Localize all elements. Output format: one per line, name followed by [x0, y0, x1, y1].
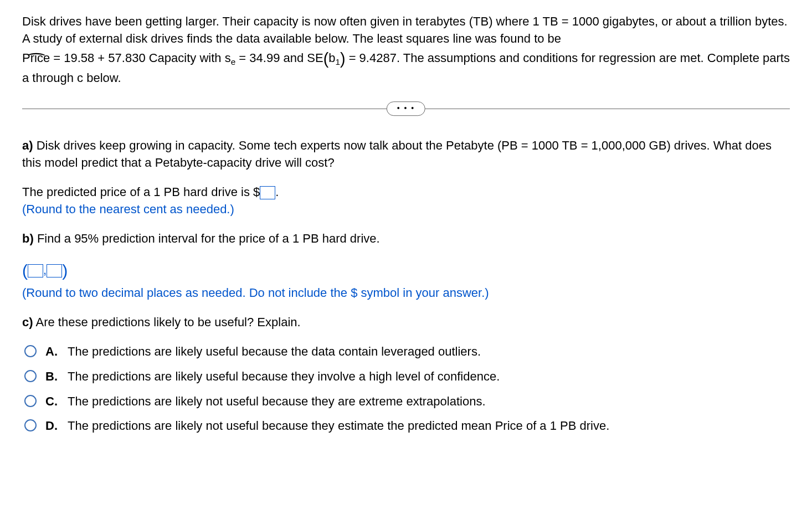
option-a-text: The predictions are likely useful becaus…	[68, 343, 790, 361]
option-a-radio[interactable]	[24, 345, 37, 357]
option-b-text: The predictions are likely useful becaus…	[68, 368, 790, 385]
intro-block: Disk drives have been getting larger. Th…	[22, 13, 790, 86]
option-d-text: The predictions are likely not useful be…	[68, 418, 790, 435]
option-d-row: D. The predictions are likely not useful…	[22, 418, 790, 435]
predicted-suffix: .	[275, 185, 279, 199]
option-b-radio[interactable]	[24, 370, 37, 382]
intro-line1: Disk drives have been getting larger. Th…	[22, 14, 788, 45]
part-c-text: Are these predictions likely to be usefu…	[33, 315, 301, 329]
interval-close: )	[62, 261, 68, 280]
predicted-price-input[interactable]	[260, 186, 275, 199]
equation-b: b	[328, 51, 335, 65]
close-paren: )	[340, 50, 346, 68]
part-b: b) Find a 95% prediction interval for th…	[22, 230, 790, 248]
option-b-letter: B.	[45, 368, 59, 385]
option-a-row: A. The predictions are likely useful bec…	[22, 343, 790, 361]
expand-button[interactable]: • • •	[387, 102, 425, 116]
part-b-round-note: (Round to two decimal places as needed. …	[22, 286, 489, 300]
part-a: a) Disk drives keep growing in capacity.…	[22, 137, 790, 172]
divider: • • •	[22, 102, 790, 115]
predicted-prefix: The predicted price of a 1 PB hard drive…	[22, 185, 260, 199]
equation-pre: = 19.58 + 57.830 Capacity with s	[50, 51, 231, 65]
part-b-label: b)	[22, 232, 34, 245]
option-c-row: C. The predictions are likely not useful…	[22, 393, 790, 410]
option-a-letter: A.	[45, 343, 59, 361]
option-d-radio[interactable]	[24, 419, 37, 431]
interval-lower-input[interactable]	[28, 264, 43, 277]
equation-mid: = 34.99 and SE	[235, 51, 323, 65]
part-b-answer: (,) (Round to two decimal places as need…	[22, 259, 790, 302]
interval-upper-input[interactable]	[47, 264, 62, 277]
price-hat: Price	[22, 50, 50, 67]
option-b-row: B. The predictions are likely useful bec…	[22, 368, 790, 385]
option-c-text: The predictions are likely not useful be…	[68, 393, 790, 410]
equation-b-sub: 1	[335, 57, 340, 66]
open-paren: (	[323, 50, 329, 68]
part-a-label: a)	[22, 138, 33, 152]
part-c-label: c)	[22, 315, 33, 329]
option-c-letter: C.	[45, 393, 59, 410]
part-b-text: Find a 95% prediction interval for the p…	[34, 232, 380, 245]
part-a-answer: The predicted price of a 1 PB hard drive…	[22, 184, 790, 218]
part-c: c) Are these predictions likely to be us…	[22, 314, 790, 331]
interval-row: (,)	[22, 259, 790, 282]
part-a-text: Disk drives keep growing in capacity. So…	[22, 138, 772, 169]
option-c-radio[interactable]	[24, 395, 37, 407]
part-a-round-note: (Round to the nearest cent as needed.)	[22, 202, 234, 216]
option-d-letter: D.	[45, 418, 59, 435]
options-list: A. The predictions are likely useful bec…	[22, 343, 790, 435]
equation-sub-e: e	[231, 57, 236, 66]
interval-open: (	[22, 261, 28, 280]
